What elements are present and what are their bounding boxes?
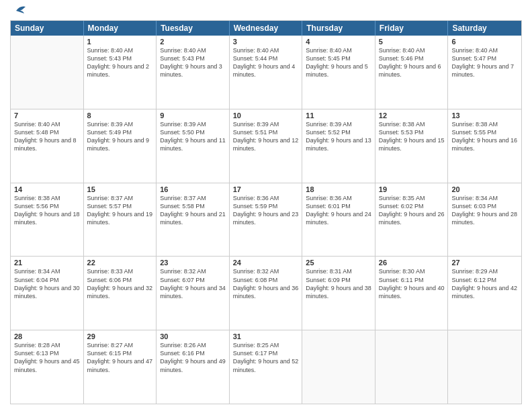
calendar-cell: 16Sunrise: 8:37 AM Sunset: 5:58 PM Dayli…: [157, 183, 230, 257]
calendar-cell: 20Sunrise: 8:34 AM Sunset: 6:03 PM Dayli…: [448, 183, 521, 257]
calendar-cell: 19Sunrise: 8:35 AM Sunset: 6:02 PM Dayli…: [375, 183, 449, 257]
day-number: 1: [87, 38, 153, 46]
calendar-week-5: 28Sunrise: 8:28 AM Sunset: 6:13 PM Dayli…: [11, 330, 521, 404]
logo: [10, 7, 26, 16]
calendar-body: 1Sunrise: 8:40 AM Sunset: 5:43 PM Daylig…: [11, 36, 521, 404]
calendar-cell: 28Sunrise: 8:28 AM Sunset: 6:13 PM Dayli…: [11, 330, 84, 404]
calendar-cell: 13Sunrise: 8:38 AM Sunset: 5:55 PM Dayli…: [448, 109, 521, 183]
calendar-cell: 1Sunrise: 8:40 AM Sunset: 5:43 PM Daylig…: [84, 36, 157, 109]
day-number: 3: [233, 38, 299, 46]
day-number: 11: [306, 111, 371, 120]
cell-details: Sunrise: 8:38 AM Sunset: 5:56 PM Dayligh…: [14, 194, 80, 227]
calendar-cell: 18Sunrise: 8:36 AM Sunset: 6:01 PM Dayli…: [302, 183, 375, 257]
calendar-cell: 14Sunrise: 8:38 AM Sunset: 5:56 PM Dayli…: [11, 183, 84, 257]
calendar-cell: 9Sunrise: 8:39 AM Sunset: 5:50 PM Daylig…: [157, 109, 230, 183]
calendar-cell: 2Sunrise: 8:40 AM Sunset: 5:43 PM Daylig…: [157, 36, 230, 109]
day-number: 4: [306, 38, 371, 46]
cell-details: Sunrise: 8:26 AM Sunset: 6:16 PM Dayligh…: [160, 341, 226, 374]
cell-details: Sunrise: 8:32 AM Sunset: 6:07 PM Dayligh…: [160, 267, 226, 300]
cell-details: Sunrise: 8:40 AM Sunset: 5:48 PM Dayligh…: [14, 120, 80, 153]
day-number: 19: [379, 185, 445, 193]
cell-details: Sunrise: 8:34 AM Sunset: 6:04 PM Dayligh…: [14, 267, 80, 300]
day-number: 15: [87, 185, 153, 193]
day-header-wednesday: Wednesday: [230, 21, 303, 36]
day-number: 27: [451, 259, 518, 267]
cell-details: Sunrise: 8:40 AM Sunset: 5:46 PM Dayligh…: [379, 46, 445, 79]
cell-details: Sunrise: 8:38 AM Sunset: 5:53 PM Dayligh…: [379, 120, 445, 153]
calendar-cell: 3Sunrise: 8:40 AM Sunset: 5:44 PM Daylig…: [230, 36, 303, 109]
cell-details: Sunrise: 8:34 AM Sunset: 6:03 PM Dayligh…: [451, 194, 518, 227]
cell-details: Sunrise: 8:33 AM Sunset: 6:06 PM Dayligh…: [87, 267, 153, 300]
cell-details: Sunrise: 8:27 AM Sunset: 6:15 PM Dayligh…: [87, 341, 153, 374]
calendar-header: SundayMondayTuesdayWednesdayThursdayFrid…: [11, 21, 521, 36]
day-header-sunday: Sunday: [11, 21, 84, 36]
calendar-cell: 17Sunrise: 8:36 AM Sunset: 5:59 PM Dayli…: [230, 183, 303, 257]
day-number: 22: [87, 259, 153, 267]
day-number: 20: [451, 185, 518, 193]
day-header-thursday: Thursday: [302, 21, 375, 36]
day-number: 25: [306, 259, 371, 267]
calendar-cell: 31Sunrise: 8:25 AM Sunset: 6:17 PM Dayli…: [230, 330, 303, 404]
cell-details: Sunrise: 8:40 AM Sunset: 5:43 PM Dayligh…: [160, 46, 226, 79]
day-number: 14: [14, 185, 80, 193]
cell-details: Sunrise: 8:30 AM Sunset: 6:11 PM Dayligh…: [379, 267, 445, 300]
calendar-cell: 22Sunrise: 8:33 AM Sunset: 6:06 PM Dayli…: [84, 257, 157, 330]
day-number: 16: [160, 185, 226, 193]
calendar-cell: [375, 330, 449, 404]
calendar-cell: [448, 330, 521, 404]
calendar-cell: 23Sunrise: 8:32 AM Sunset: 6:07 PM Dayli…: [157, 257, 230, 330]
calendar-cell: 4Sunrise: 8:40 AM Sunset: 5:45 PM Daylig…: [302, 36, 375, 109]
cell-details: Sunrise: 8:40 AM Sunset: 5:44 PM Dayligh…: [233, 46, 299, 79]
day-header-tuesday: Tuesday: [157, 21, 230, 36]
day-number: 13: [451, 111, 518, 120]
calendar-week-1: 1Sunrise: 8:40 AM Sunset: 5:43 PM Daylig…: [11, 36, 521, 109]
calendar-cell: 29Sunrise: 8:27 AM Sunset: 6:15 PM Dayli…: [84, 330, 157, 404]
calendar-cell: 8Sunrise: 8:39 AM Sunset: 5:49 PM Daylig…: [84, 109, 157, 183]
calendar-cell: 24Sunrise: 8:32 AM Sunset: 6:08 PM Dayli…: [230, 257, 303, 330]
cell-details: Sunrise: 8:39 AM Sunset: 5:49 PM Dayligh…: [87, 120, 153, 153]
calendar-cell: 26Sunrise: 8:30 AM Sunset: 6:11 PM Dayli…: [375, 257, 449, 330]
day-number: 2: [160, 38, 226, 46]
cell-details: Sunrise: 8:38 AM Sunset: 5:55 PM Dayligh…: [451, 120, 518, 153]
cell-details: Sunrise: 8:31 AM Sunset: 6:09 PM Dayligh…: [306, 267, 371, 300]
day-number: 10: [233, 111, 299, 120]
cell-details: Sunrise: 8:39 AM Sunset: 5:52 PM Dayligh…: [306, 120, 371, 153]
day-number: 23: [160, 259, 226, 267]
calendar-cell: 7Sunrise: 8:40 AM Sunset: 5:48 PM Daylig…: [11, 109, 84, 183]
cell-details: Sunrise: 8:36 AM Sunset: 5:59 PM Dayligh…: [233, 194, 299, 227]
day-number: 8: [87, 111, 153, 120]
calendar-cell: 10Sunrise: 8:39 AM Sunset: 5:51 PM Dayli…: [230, 109, 303, 183]
cell-details: Sunrise: 8:36 AM Sunset: 6:01 PM Dayligh…: [306, 194, 371, 227]
day-number: 31: [233, 332, 299, 340]
calendar-page: SundayMondayTuesdayWednesdayThursdayFrid…: [0, 0, 532, 411]
calendar-cell: 6Sunrise: 8:40 AM Sunset: 5:47 PM Daylig…: [448, 36, 521, 109]
day-number: 17: [233, 185, 299, 193]
day-number: 21: [14, 259, 80, 267]
calendar-cell: [302, 330, 375, 404]
calendar-week-3: 14Sunrise: 8:38 AM Sunset: 5:56 PM Dayli…: [11, 183, 521, 257]
day-number: 9: [160, 111, 226, 120]
day-number: 24: [233, 259, 299, 267]
cell-details: Sunrise: 8:39 AM Sunset: 5:50 PM Dayligh…: [160, 120, 226, 153]
cell-details: Sunrise: 8:32 AM Sunset: 6:08 PM Dayligh…: [233, 267, 299, 300]
day-number: 28: [14, 332, 80, 340]
calendar-cell: 25Sunrise: 8:31 AM Sunset: 6:09 PM Dayli…: [302, 257, 375, 330]
cell-details: Sunrise: 8:40 AM Sunset: 5:47 PM Dayligh…: [451, 46, 518, 79]
day-header-friday: Friday: [375, 21, 449, 36]
calendar-cell: [11, 36, 84, 109]
calendar-week-4: 21Sunrise: 8:34 AM Sunset: 6:04 PM Dayli…: [11, 257, 521, 330]
day-number: 6: [451, 38, 518, 46]
calendar-cell: 12Sunrise: 8:38 AM Sunset: 5:53 PM Dayli…: [375, 109, 449, 183]
cell-details: Sunrise: 8:39 AM Sunset: 5:51 PM Dayligh…: [233, 120, 299, 153]
calendar-cell: 27Sunrise: 8:29 AM Sunset: 6:12 PM Dayli…: [448, 257, 521, 330]
cell-details: Sunrise: 8:28 AM Sunset: 6:13 PM Dayligh…: [14, 341, 80, 374]
cell-details: Sunrise: 8:35 AM Sunset: 6:02 PM Dayligh…: [379, 194, 445, 227]
day-number: 7: [14, 111, 80, 120]
calendar-cell: 21Sunrise: 8:34 AM Sunset: 6:04 PM Dayli…: [11, 257, 84, 330]
cell-details: Sunrise: 8:40 AM Sunset: 5:45 PM Dayligh…: [306, 46, 371, 79]
calendar-cell: 15Sunrise: 8:37 AM Sunset: 5:57 PM Dayli…: [84, 183, 157, 257]
day-number: 5: [379, 38, 445, 46]
calendar-week-2: 7Sunrise: 8:40 AM Sunset: 5:48 PM Daylig…: [11, 109, 521, 183]
cell-details: Sunrise: 8:25 AM Sunset: 6:17 PM Dayligh…: [233, 341, 299, 374]
cell-details: Sunrise: 8:37 AM Sunset: 5:58 PM Dayligh…: [160, 194, 226, 227]
